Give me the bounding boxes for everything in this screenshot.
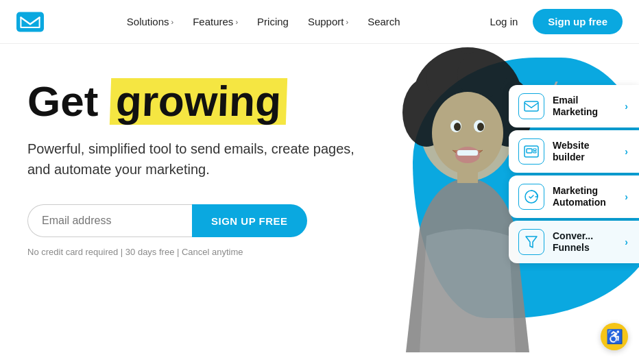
hero-left: Get growing Powerful, simplified tool to…: [0, 44, 384, 257]
accessibility-icon: ♿: [606, 328, 623, 345]
feature-card-email-marketing[interactable]: EmailMarketing ›: [509, 85, 639, 128]
nav-solutions[interactable]: Solutions ›: [120, 10, 180, 33]
chevron-icon: ›: [235, 18, 238, 26]
nav-support[interactable]: Support ›: [301, 10, 355, 33]
signup-form: SIGN UP FREE: [27, 204, 357, 237]
svg-point-13: [457, 51, 505, 99]
accessibility-widget[interactable]: ♿: [601, 323, 628, 350]
funnel-icon: [525, 235, 538, 249]
title-prefix: Get: [27, 77, 110, 125]
feature-cards: EmailMarketing › Websitebuilder ›: [509, 85, 639, 263]
feature-card-website-builder[interactable]: Websitebuilder ›: [509, 130, 639, 173]
form-note: No credit card required | 30 days free |…: [27, 247, 357, 257]
conversion-funnels-icon-wrap: [518, 229, 544, 255]
website-builder-icon-wrap: [518, 138, 544, 165]
login-button[interactable]: Log in: [483, 10, 525, 33]
hero-right: EmailMarketing › Websitebuilder ›: [351, 44, 639, 364]
card-chevron-icon: ›: [625, 146, 628, 157]
nav-features[interactable]: Features ›: [186, 10, 245, 33]
chevron-icon: ›: [171, 18, 174, 26]
nav-pricing[interactable]: Pricing: [250, 10, 296, 33]
feature-card-conversion-funnels[interactable]: Conver...Funnels ›: [509, 221, 639, 263]
automation-icon: [524, 189, 539, 204]
feature-card-marketing-automation[interactable]: Marketing Automation ›: [509, 175, 639, 218]
svg-rect-26: [533, 151, 536, 153]
website-builder-label: Websitebuilder: [553, 140, 616, 164]
email-marketing-icon-wrap: [518, 93, 544, 119]
svg-rect-20: [457, 150, 478, 156]
card-chevron-icon: ›: [625, 191, 628, 202]
hero-section: Get growing Powerful, simplified tool to…: [0, 44, 639, 364]
hero-title: Get growing: [27, 78, 357, 125]
svg-rect-24: [527, 149, 532, 153]
signup-button[interactable]: Sign up free: [533, 9, 623, 34]
title-highlight-wrap: growing: [110, 78, 287, 125]
svg-point-18: [477, 123, 484, 131]
website-icon: [524, 145, 539, 158]
nav-actions: Log in Sign up free: [483, 9, 623, 34]
email-input[interactable]: [27, 204, 192, 237]
marketing-automation-icon-wrap: [518, 184, 544, 210]
svg-rect-22: [525, 101, 538, 111]
svg-rect-21: [457, 166, 478, 183]
header: Solutions › Features › Pricing Support ›…: [0, 0, 639, 44]
marketing-automation-label: Marketing Automation: [553, 185, 616, 209]
svg-point-17: [454, 123, 461, 131]
email-icon: [524, 101, 539, 112]
nav-search[interactable]: Search: [361, 10, 407, 33]
card-chevron-icon: ›: [625, 236, 628, 247]
svg-rect-25: [533, 149, 536, 151]
card-chevron-icon: ›: [625, 101, 628, 112]
chevron-icon: ›: [346, 18, 348, 26]
title-highlight: growing: [109, 78, 287, 125]
conversion-funnels-label: Conver...Funnels: [553, 230, 616, 254]
logo[interactable]: [16, 12, 44, 32]
form-submit-button[interactable]: SIGN UP FREE: [192, 204, 307, 237]
main-nav: Solutions › Features › Pricing Support ›…: [120, 10, 407, 33]
hero-subtitle: Powerful, simplified tool to send emails…: [27, 138, 357, 180]
email-marketing-label: EmailMarketing: [553, 95, 616, 119]
logo-icon: [16, 12, 44, 32]
